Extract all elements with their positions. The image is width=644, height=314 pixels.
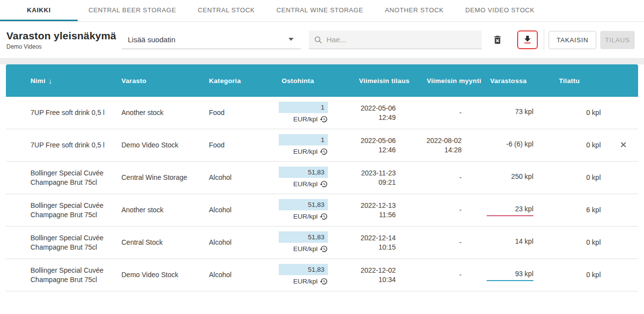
item-warehouse: Another stock bbox=[121, 205, 209, 215]
item-category: Alcohol bbox=[209, 205, 268, 215]
item-category: Food bbox=[209, 141, 268, 150]
column-header-viimeisin-myynti[interactable]: Viimeisin myynti bbox=[410, 77, 482, 85]
page-subtitle: Demo Videos bbox=[6, 43, 116, 50]
item-category: Alcohol bbox=[209, 270, 268, 280]
item-name: 7UP Free soft drink 0,5 l bbox=[6, 141, 121, 150]
last-order-time: 10:15 bbox=[333, 243, 396, 252]
tab-central-wine-storage[interactable]: CENTRAL WINE STORAGE bbox=[265, 0, 374, 21]
tab-another-stock[interactable]: ANOTHER STOCK bbox=[374, 0, 455, 21]
last-sale-date: 2022-08-02 bbox=[410, 136, 462, 145]
page-title: Varaston yleisnäkymä bbox=[6, 30, 116, 42]
column-header-nimi[interactable]: Nimi bbox=[30, 77, 45, 85]
stock-value: 14 kpl bbox=[487, 237, 533, 249]
column-header-tilattu[interactable]: Tilattu bbox=[541, 77, 609, 85]
tab-central-beer-storage[interactable]: CENTRAL BEER STORAGE bbox=[78, 0, 187, 21]
toolbar: Varaston yleisnäkymä Demo Videos Lisää s… bbox=[0, 22, 644, 58]
price-value[interactable]: 51,83 bbox=[279, 167, 328, 178]
ordered-value: 0 kpl bbox=[541, 270, 609, 280]
item-category: Food bbox=[209, 108, 268, 117]
search-icon bbox=[314, 35, 322, 44]
last-order-date: 2022-05-06 bbox=[333, 136, 396, 145]
price-unit: EUR/kpl bbox=[293, 147, 318, 156]
item-category: Alcohol bbox=[209, 238, 268, 247]
price-value[interactable]: 51,83 bbox=[279, 264, 328, 275]
tab-demo-video-stock[interactable]: DEMO VIDEO STOCK bbox=[455, 0, 546, 21]
price-history-icon[interactable] bbox=[320, 245, 328, 253]
last-sale-time: 14:28 bbox=[410, 145, 462, 155]
item-warehouse: Central Stock bbox=[121, 238, 209, 247]
ordered-value: 0 kpl bbox=[541, 141, 609, 150]
title-block: Varaston yleisnäkymä Demo Videos bbox=[6, 30, 116, 50]
ordered-value: 0 kpl bbox=[541, 238, 609, 247]
table-row[interactable]: Bollinger Special Cuvée Champagne Brut 7… bbox=[6, 194, 638, 227]
back-button[interactable]: TAKAISIN bbox=[549, 31, 596, 49]
last-sale-date: - bbox=[410, 270, 462, 280]
search-input[interactable] bbox=[326, 35, 477, 44]
last-order-date: 2023-11-23 bbox=[333, 169, 396, 178]
price-history-icon[interactable] bbox=[320, 115, 328, 123]
ordered-value: 0 kpl bbox=[541, 173, 609, 182]
add-filter-dropdown[interactable]: Lisää suodatin bbox=[122, 30, 301, 49]
item-warehouse: Demo Video Stock bbox=[121, 270, 209, 280]
item-price-cell: 51,83 EUR/kpl bbox=[268, 199, 333, 221]
tab-central-stock[interactable]: CENTRAL STOCK bbox=[187, 0, 265, 21]
ordered-value: 0 kpl bbox=[541, 108, 609, 117]
section-divider-strip bbox=[0, 58, 644, 64]
last-sale-date: - bbox=[410, 173, 462, 182]
last-order-time: 10:34 bbox=[333, 275, 396, 285]
row-close-icon[interactable]: ✕ bbox=[609, 141, 638, 150]
last-order-time: 09:21 bbox=[333, 178, 396, 187]
download-icon bbox=[522, 34, 533, 45]
price-history-icon[interactable] bbox=[320, 180, 328, 188]
item-warehouse: Central Wine Storage bbox=[121, 173, 209, 182]
column-header-kategoria[interactable]: Kategoria bbox=[209, 77, 268, 85]
column-header-varasto[interactable]: Varasto bbox=[121, 77, 209, 85]
column-header-varastossa[interactable]: Varastossa bbox=[482, 77, 541, 85]
tab-kaikki[interactable]: KAIKKI bbox=[0, 0, 78, 21]
stock-value: 250 kpl bbox=[487, 172, 533, 184]
item-name: Bollinger Special Cuvée Champagne Brut 7… bbox=[6, 233, 121, 252]
item-price-cell: 1 EUR/kpl bbox=[268, 102, 333, 124]
export-download-button[interactable] bbox=[517, 30, 538, 49]
price-unit: EUR/kpl bbox=[293, 277, 318, 286]
price-value[interactable]: 1 bbox=[279, 134, 328, 145]
search-box[interactable] bbox=[309, 30, 482, 49]
price-value[interactable]: 51,83 bbox=[279, 231, 328, 243]
price-history-icon[interactable] bbox=[320, 147, 328, 156]
last-sale-date: - bbox=[410, 205, 462, 215]
last-order-time: 11:56 bbox=[333, 210, 396, 220]
item-price-cell: 51,83 EUR/kpl bbox=[268, 167, 333, 189]
price-unit: EUR/kpl bbox=[293, 114, 318, 124]
order-button: TILAUS bbox=[600, 31, 635, 49]
item-name: Bollinger Special Cuvée Champagne Brut 7… bbox=[6, 169, 121, 187]
stock-value: 93 kpl bbox=[487, 269, 533, 281]
price-value[interactable]: 51,83 bbox=[279, 199, 328, 210]
item-warehouse: Demo Video Stock bbox=[121, 141, 209, 150]
price-history-icon[interactable] bbox=[320, 212, 328, 221]
price-unit: EUR/kpl bbox=[293, 244, 318, 254]
item-price-cell: 51,83 EUR/kpl bbox=[268, 264, 333, 286]
table-header: Nimi ↓ Varasto Kategoria Ostohinta Viime… bbox=[6, 64, 638, 97]
toolbar-divider bbox=[544, 29, 544, 50]
price-unit: EUR/kpl bbox=[293, 212, 318, 221]
price-unit: EUR/kpl bbox=[293, 179, 318, 189]
price-history-icon[interactable] bbox=[320, 277, 328, 285]
stock-value: 23 kpl bbox=[487, 204, 533, 216]
item-warehouse: Another stock bbox=[121, 108, 209, 117]
last-order-date: 2022-05-06 bbox=[333, 104, 396, 113]
column-header-ostohinta[interactable]: Ostohinta bbox=[268, 77, 333, 85]
price-value[interactable]: 1 bbox=[279, 102, 328, 113]
last-sale-date: - bbox=[410, 238, 462, 247]
clear-filters-button[interactable] bbox=[489, 31, 506, 49]
sort-desc-icon[interactable]: ↓ bbox=[48, 77, 52, 85]
table-row[interactable]: Bollinger Special Cuvée Champagne Brut 7… bbox=[6, 162, 638, 194]
last-sale-date: - bbox=[410, 108, 462, 117]
last-order-date: 2022-12-13 bbox=[333, 201, 396, 210]
table-row[interactable]: Bollinger Special Cuvée Champagne Brut 7… bbox=[6, 259, 638, 291]
table-row[interactable]: 7UP Free soft drink 0,5 l Demo Video Sto… bbox=[6, 129, 638, 162]
ordered-value: 6 kpl bbox=[541, 205, 609, 215]
column-header-viimeisin-tilaus[interactable]: Viimeisin tilaus bbox=[333, 77, 410, 85]
last-order-time: 12:49 bbox=[333, 113, 396, 122]
table-row[interactable]: Bollinger Special Cuvée Champagne Brut 7… bbox=[6, 227, 638, 259]
table-row[interactable]: 7UP Free soft drink 0,5 l Another stock … bbox=[6, 97, 638, 129]
